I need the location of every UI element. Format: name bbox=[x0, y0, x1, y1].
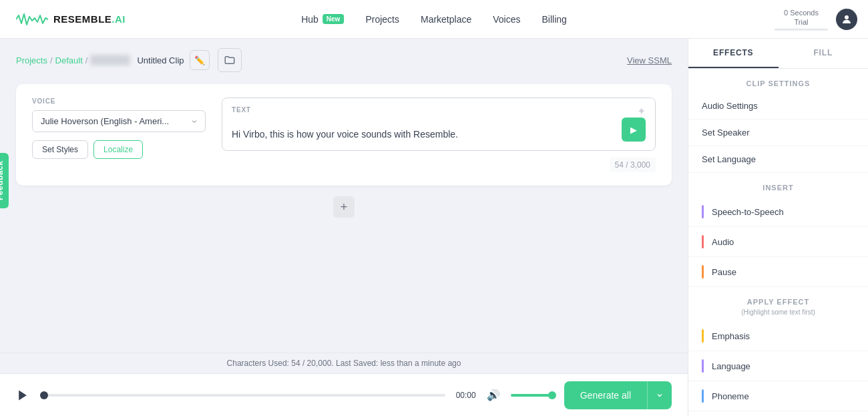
main-wrapper: Projects / Default / Untitled Clip ✏️ Vi… bbox=[0, 39, 868, 416]
breadcrumb-projects[interactable]: Projects bbox=[16, 55, 47, 65]
localize-button[interactable]: Localize bbox=[93, 140, 143, 159]
hub-new-badge: New bbox=[322, 14, 345, 24]
progress-track[interactable] bbox=[40, 394, 445, 397]
pause-accent bbox=[702, 265, 704, 278]
text-section: TEXT ✦ Hi Virbo, this is how your voice … bbox=[222, 97, 656, 172]
time-display: 00:00 bbox=[456, 391, 476, 400]
apply-effect-subtitle: (Highlight some text first) bbox=[688, 308, 868, 321]
apply-effect-title: APPLY EFFECT bbox=[688, 287, 868, 308]
breadcrumb-clip-name: Untitled Clip bbox=[137, 55, 184, 65]
set-styles-button[interactable]: Set Styles bbox=[32, 140, 88, 159]
nav-projects[interactable]: Projects bbox=[365, 14, 399, 25]
text-label: TEXT bbox=[232, 106, 646, 114]
voice-label: VOICE bbox=[32, 97, 206, 105]
right-panel: EFFECTS FILL CLIP SETTINGS Audio Setting… bbox=[688, 39, 868, 416]
add-clip-button[interactable]: + bbox=[333, 196, 355, 218]
play-clip-button[interactable] bbox=[622, 118, 646, 142]
voice-select[interactable]: Julie Hoverson (English - Ameri... bbox=[32, 110, 206, 132]
breadcrumb-blurred bbox=[90, 55, 130, 65]
status-bar: Characters Used: 54 / 20,000. Last Saved… bbox=[0, 353, 688, 373]
text-box: TEXT ✦ Hi Virbo, this is how your voice … bbox=[222, 97, 656, 151]
panel-item-audio-settings[interactable]: Audio Settings bbox=[688, 93, 868, 120]
nav-hub[interactable]: Hub New bbox=[301, 14, 344, 25]
panel-item-language[interactable]: Language bbox=[688, 351, 868, 381]
clip-settings-title: CLIP SETTINGS bbox=[688, 69, 868, 93]
apply-items-list: Emphasis Language Phoneme Prosody Say ea… bbox=[688, 321, 868, 416]
volume-thumb bbox=[548, 391, 556, 399]
panel-item-emphasis[interactable]: Emphasis bbox=[688, 321, 868, 351]
speech-to-speech-accent bbox=[702, 205, 704, 218]
panel-item-prosody[interactable]: Prosody bbox=[688, 411, 868, 416]
language-accent bbox=[702, 359, 704, 373]
breadcrumb: Projects / Default / Untitled Clip bbox=[16, 55, 184, 65]
text-content-row: Hi Virbo, this is how your voice sounds … bbox=[232, 118, 646, 142]
breadcrumb-default[interactable]: Default bbox=[55, 55, 83, 65]
breadcrumb-sep1: / bbox=[50, 55, 53, 65]
svg-point-0 bbox=[845, 15, 849, 19]
insert-items-list: Speech-to-Speech Audio Pause bbox=[688, 197, 868, 287]
logo: RESEMBLE.AI bbox=[16, 11, 126, 27]
top-navigation: RESEMBLE.AI Hub New Projects Marketplace… bbox=[0, 0, 868, 39]
folder-button[interactable] bbox=[218, 48, 242, 72]
player-bar: 00:00 🔊 Generate all bbox=[0, 373, 688, 416]
clip-card: VOICE Julie Hoverson (English - Ameri...… bbox=[16, 84, 672, 186]
panel-item-phoneme[interactable]: Phoneme bbox=[688, 381, 868, 411]
panel-item-set-language[interactable]: Set Language bbox=[688, 146, 868, 173]
edit-clip-name-button[interactable]: ✏️ bbox=[190, 50, 210, 70]
breadcrumb-bar: Projects / Default / Untitled Clip ✏️ Vi… bbox=[0, 39, 688, 81]
tab-effects[interactable]: EFFECTS bbox=[688, 39, 779, 68]
panel-item-pause[interactable]: Pause bbox=[688, 257, 868, 287]
generate-dropdown-button[interactable] bbox=[647, 381, 672, 409]
logo-wave-icon bbox=[16, 11, 48, 27]
phoneme-accent bbox=[702, 389, 704, 403]
panel-item-speech-to-speech[interactable]: Speech-to-Speech bbox=[688, 197, 868, 227]
clip-top: VOICE Julie Hoverson (English - Ameri...… bbox=[32, 97, 656, 172]
nav-billing[interactable]: Billing bbox=[541, 14, 566, 25]
user-avatar[interactable] bbox=[836, 9, 857, 30]
generate-btn-wrapper: Generate all bbox=[564, 381, 672, 409]
settings-items-list: Audio Settings Set Speaker Set Language bbox=[688, 93, 868, 173]
voice-section: VOICE Julie Hoverson (English - Ameri...… bbox=[32, 97, 206, 159]
panel-item-set-speaker[interactable]: Set Speaker bbox=[688, 120, 868, 146]
scroll-area: VOICE Julie Hoverson (English - Ameri...… bbox=[0, 81, 688, 353]
nav-center: Hub New Projects Marketplace Voices Bill… bbox=[301, 14, 567, 25]
volume-track[interactable] bbox=[511, 394, 554, 397]
panel-item-audio[interactable]: Audio bbox=[688, 227, 868, 257]
emphasis-accent bbox=[702, 329, 704, 343]
view-ssml-button[interactable]: View SSML bbox=[627, 55, 672, 65]
panel-tabs: EFFECTS FILL bbox=[688, 39, 868, 69]
nav-voices[interactable]: Voices bbox=[493, 14, 520, 25]
volume-icon[interactable]: 🔊 bbox=[487, 389, 500, 401]
generate-all-button[interactable]: Generate all bbox=[564, 381, 647, 409]
nav-marketplace[interactable]: Marketplace bbox=[421, 14, 471, 25]
voice-buttons: Set Styles Localize bbox=[32, 140, 206, 159]
feedback-tab[interactable]: Feedback bbox=[0, 152, 9, 208]
star-icon: ✦ bbox=[637, 105, 646, 118]
trial-info: 0 Seconds Trial bbox=[775, 7, 828, 31]
tab-fill[interactable]: FILL bbox=[779, 39, 869, 68]
content-area: Projects / Default / Untitled Clip ✏️ Vi… bbox=[0, 39, 688, 416]
play-button[interactable] bbox=[16, 389, 29, 402]
progress-thumb bbox=[40, 391, 48, 399]
insert-title: INSERT bbox=[688, 173, 868, 197]
audio-accent bbox=[702, 235, 704, 248]
logo-text: RESEMBLE.AI bbox=[53, 13, 126, 25]
breadcrumb-left: Projects / Default / Untitled Clip ✏️ bbox=[16, 48, 242, 72]
breadcrumb-sep2: / bbox=[85, 55, 88, 65]
char-count: 54 / 3,000 bbox=[610, 158, 656, 172]
svg-marker-1 bbox=[19, 390, 27, 400]
trial-bar bbox=[775, 29, 828, 31]
text-content[interactable]: Hi Virbo, this is how your voice sounds … bbox=[232, 128, 614, 142]
